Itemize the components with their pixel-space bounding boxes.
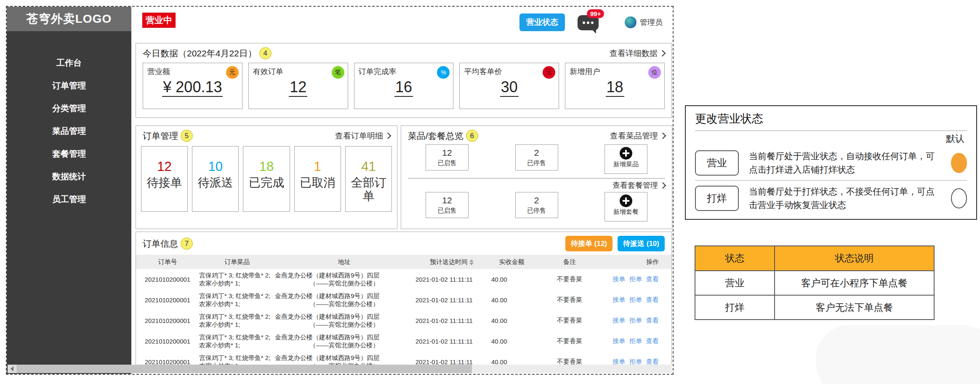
chat-bubble-tail	[591, 29, 596, 34]
chevron-right-icon	[385, 133, 391, 139]
default-radio-unselected[interactable]	[951, 188, 967, 208]
reject-link[interactable]: 拒单	[629, 317, 642, 325]
stat-cards: 营业额 元 ¥ 200.13 有效订单 笔 12 订单完成率 % 16 平均客单…	[136, 61, 671, 111]
view-link[interactable]: 查看	[646, 275, 659, 283]
unit-percent-icon: %	[437, 66, 450, 79]
tile-cancelled[interactable]: 1 已取消	[294, 146, 341, 212]
chevron-right-icon	[660, 182, 666, 189]
reject-link[interactable]: 拒单	[629, 296, 642, 304]
sidebar-item-orders[interactable]: 订单管理	[7, 74, 131, 97]
annotation-badge-7: 7	[181, 237, 193, 250]
app-logo: 苍穹外卖LOGO	[7, 7, 131, 31]
order-table-header: 订单号 订单菜品 地址 预计送达时间 实收金额 备注 操作	[136, 255, 671, 269]
status-closed-cell: 打烊	[695, 295, 775, 320]
stat-card-new-users: 新增用户 位 18	[565, 63, 665, 109]
chevron-right-icon	[660, 133, 666, 139]
admin-dashboard-mockup: 苍穹外卖LOGO 工作台 订单管理 分类管理 菜品管理 套餐管理 数据统计 员工…	[6, 6, 674, 375]
col-time[interactable]: 预计送达时间	[414, 258, 490, 266]
accept-link[interactable]: 接单	[612, 337, 625, 345]
dish-off-sale-tile: 2 已停售	[515, 144, 558, 171]
unit-bi-icon: 笔	[332, 66, 344, 79]
view-link[interactable]: 查看	[646, 337, 659, 345]
scrollbar-thumb[interactable]	[16, 365, 472, 373]
business-status-button[interactable]: 营业状态	[519, 13, 565, 31]
avatar[interactable]	[625, 16, 636, 28]
order-row: 2021010200001 宫保鸡丁* 3; 红烧带鱼* 2; 农家小炒肉* 1…	[136, 269, 671, 290]
add-dish-button[interactable]: 新增菜品	[605, 144, 647, 174]
sidebar-item-dishes[interactable]: 菜品管理	[7, 120, 131, 142]
col-address: 地址	[275, 258, 414, 266]
pending-accept-tab-button[interactable]: 待接单 (12)	[565, 236, 612, 251]
chevron-right-icon	[659, 50, 666, 57]
sidebar-item-workbench[interactable]: 工作台	[7, 51, 131, 74]
combo-on-sale-tile: 12 已启售	[426, 192, 469, 218]
combo-tiles: 12 已启售 2 已停售 新增套餐	[401, 191, 672, 222]
accept-link[interactable]: 接单	[612, 275, 625, 283]
status-closed-desc-cell: 客户无法下单点餐	[775, 295, 934, 320]
annotation-badge-4: 4	[259, 47, 272, 59]
overview-divider	[408, 178, 665, 179]
col-ops: 操作	[605, 258, 671, 266]
tile-all-orders[interactable]: 41 全部订单	[345, 146, 392, 212]
sidebar: 苍穹外卖LOGO 工作台 订单管理 分类管理 菜品管理 套餐管理 数据统计 员工…	[7, 7, 131, 374]
dish-combo-overview-panel: 菜品/套餐总览 6 查看菜品管理 12 已启售 2 已停售 新增菜品	[401, 125, 672, 229]
stat-card-revenue: 营业额 元 ¥ 200.13	[143, 63, 242, 109]
tile-pending-accept[interactable]: 12 待接单	[141, 146, 188, 212]
notification-count-badge: 99+	[587, 9, 604, 18]
view-link[interactable]: 查看	[646, 296, 659, 304]
scroll-left-arrow[interactable]	[8, 365, 16, 373]
see-detail-data-link[interactable]: 查看详细数据	[610, 48, 665, 59]
order-row: 2021010200001 宫保鸡丁* 3; 红烧带鱼* 2; 农家小炒肉* 1…	[136, 310, 671, 331]
closed-button[interactable]: 打烊	[695, 186, 739, 211]
reject-link[interactable]: 拒单	[629, 275, 642, 283]
tile-pending-dispatch[interactable]: 10 待派送	[192, 146, 239, 212]
horizontal-scrollbar[interactable]	[8, 365, 672, 373]
open-button[interactable]: 营业	[695, 150, 739, 176]
status-option-open: 营业 当前餐厅处于营业状态，自动接收任何订单，可点击打烊进入店铺打烊状态	[695, 146, 967, 179]
col-order-no: 订单号	[136, 258, 199, 266]
status-open-desc-cell: 客户可在小程序下单点餐	[775, 271, 934, 295]
reject-link[interactable]: 拒单	[629, 337, 642, 345]
today-title: 今日数据（2022年4月22日） 4	[143, 47, 272, 59]
notifications[interactable]: 99+	[578, 13, 601, 32]
see-dish-management-link[interactable]: 查看菜品管理	[610, 131, 665, 141]
default-radio-selected[interactable]	[951, 153, 967, 173]
sort-icon[interactable]	[469, 259, 474, 265]
plus-icon	[620, 195, 632, 207]
combo-off-sale-tile: 2 已停售	[515, 192, 558, 218]
stat-card-valid-orders: 有效订单 笔 12	[248, 63, 348, 109]
unit-yuan-icon: 元	[226, 66, 239, 79]
tile-completed[interactable]: 18 已完成	[243, 146, 290, 212]
order-management-panel: 订单管理 5 查看订单明细 12 待接单 10 待派送 18 已完成 1 已取消	[136, 125, 397, 229]
view-link[interactable]: 查看	[646, 317, 659, 325]
see-order-detail-link[interactable]: 查看订单明细	[335, 131, 390, 141]
sidebar-item-statistics[interactable]: 数据统计	[7, 165, 131, 188]
status-explanation-table: 状态 状态说明 营业 客户可在小程序下单点餐 打烊 客户无法下单点餐	[695, 245, 935, 320]
unit-wei-icon: 位	[648, 66, 661, 79]
sidebar-item-employees[interactable]: 员工管理	[7, 188, 131, 211]
see-combo-management-link[interactable]: 查看套餐管理	[612, 180, 665, 190]
sidebar-item-categories[interactable]: 分类管理	[7, 97, 131, 120]
status-header: 状态	[695, 246, 775, 271]
add-combo-button[interactable]: 新增套餐	[605, 192, 647, 221]
title-divider	[695, 131, 967, 131]
admin-label: 管理员	[640, 17, 663, 27]
accept-link[interactable]: 接单	[612, 296, 625, 304]
pending-dispatch-tab-button[interactable]: 待派送 (10)	[618, 236, 665, 251]
background-watermark-shape	[816, 325, 980, 384]
overview-title: 菜品/套餐总览 6	[408, 130, 478, 142]
topbar: 营业中 营业状态 99+ 管理员	[131, 7, 673, 39]
admin-user[interactable]: 管理员	[625, 16, 663, 28]
today-data-panel: 今日数据（2022年4月22日） 4 查看详细数据 营业额 元 ¥ 200.13…	[136, 43, 672, 118]
sidebar-item-combos[interactable]: 套餐管理	[7, 142, 131, 165]
open-status-badge: 营业中	[142, 13, 176, 28]
open-description: 当前餐厅处于营业状态，自动接收任何订单，可点击打烊进入店铺打烊状态	[749, 149, 941, 176]
option-divider	[695, 180, 967, 181]
topbar-right: 营业状态 99+ 管理员	[519, 13, 663, 32]
stat-card-avg-price: 平均客单价 元 30	[459, 63, 559, 109]
orders-title: 订单管理 5	[143, 130, 193, 142]
accept-link[interactable]: 接单	[612, 317, 625, 325]
closed-description: 当前餐厅处于打烊状态，不接受任何订单，可点击营业手动恢复营业状态	[749, 185, 941, 211]
dish-on-sale-tile: 12 已启售	[426, 144, 469, 171]
unit-yuan-red-icon: 元	[543, 66, 555, 79]
